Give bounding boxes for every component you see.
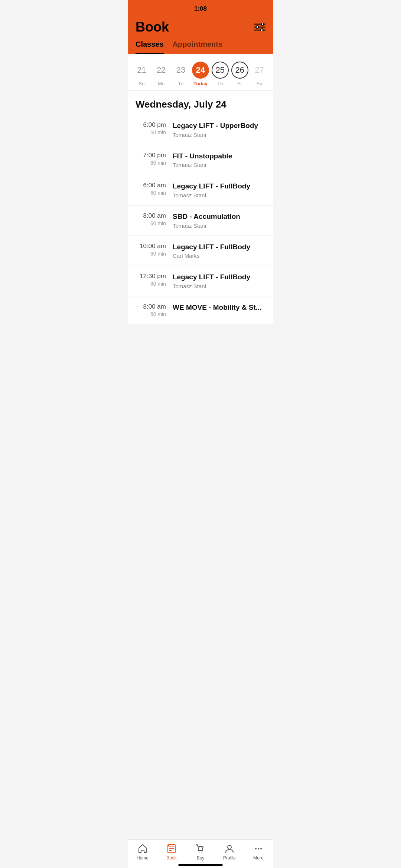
list-item[interactable]: 8:00 am 60 min WE MOVE - Mobility & St..…	[128, 296, 273, 324]
class-time: 6:00 pm 60 min	[136, 121, 173, 135]
svg-point-12	[202, 852, 203, 853]
class-list: 6:00 pm 60 min Legacy LIFT - UpperBody T…	[128, 115, 273, 324]
class-time: 8:00 am 60 min	[136, 303, 173, 317]
status-time: 1:08	[194, 5, 207, 12]
class-time: 10:00 am 60 min	[136, 243, 173, 257]
cal-day-num-27: 27	[251, 62, 268, 79]
status-bar: 1:08	[128, 0, 273, 16]
filter-icon	[254, 23, 265, 31]
cal-day-num-23: 23	[172, 62, 189, 79]
date-heading-text: Wednesday, July 24	[136, 99, 265, 110]
nav-label-profile: Profile	[223, 855, 236, 861]
svg-point-11	[199, 852, 200, 853]
svg-point-15	[258, 848, 259, 849]
list-item[interactable]: 6:00 pm 60 min Legacy LIFT - UpperBody T…	[128, 115, 273, 145]
svg-point-13	[228, 845, 231, 849]
svg-rect-10	[167, 845, 169, 846]
book-icon	[166, 844, 177, 854]
calendar-row: 21 Su 22 Mo 23 Tu 24 Today 25 Th 26 Fr	[128, 54, 273, 91]
nav-item-home[interactable]: Home	[131, 844, 154, 861]
calendar-day-21[interactable]: 21 Su	[133, 62, 150, 86]
tab-appointments[interactable]: Appointments	[173, 40, 222, 54]
cal-day-num-26: 26	[231, 62, 248, 79]
calendar-day-25[interactable]: 25 Th	[212, 62, 229, 86]
class-time: 8:00 am 60 min	[136, 212, 173, 226]
class-info: WE MOVE - Mobility & St...	[173, 303, 265, 313]
nav-item-profile[interactable]: Profile	[218, 844, 241, 861]
calendar-day-26[interactable]: 26 Fr	[231, 62, 248, 86]
class-time: 7:00 pm 60 min	[136, 152, 173, 166]
nav-item-book[interactable]: Book	[160, 844, 183, 861]
calendar-day-27[interactable]: 27 Sa	[251, 62, 268, 86]
cal-day-label-25: Th	[217, 81, 223, 86]
cal-day-label-26: Fr	[238, 81, 242, 86]
cal-day-label-21: Su	[138, 81, 144, 86]
cal-day-num-21: 21	[133, 62, 150, 79]
cal-day-num-25: 25	[212, 62, 229, 79]
nav-label-buy: Buy	[197, 855, 205, 861]
list-item[interactable]: 10:00 am 60 min Legacy LIFT - FullBody C…	[128, 236, 273, 266]
home-indicator	[178, 864, 223, 866]
more-icon	[253, 844, 264, 854]
calendar-day-22[interactable]: 22 Mo	[153, 62, 170, 86]
class-time: 12:30 pm 60 min	[136, 273, 173, 287]
buy-icon	[195, 844, 206, 854]
class-info: Legacy LIFT - FullBody Tomasz Stani	[173, 182, 265, 198]
nav-label-book: Book	[166, 855, 176, 861]
header: Book	[128, 16, 273, 35]
cal-day-label-22: Mo	[158, 81, 164, 86]
svg-point-3	[256, 26, 259, 29]
home-icon	[137, 844, 148, 854]
nav-label-home: Home	[137, 855, 149, 861]
tab-bar: Classes Appointments	[128, 35, 273, 54]
class-time: 6:00 am 60 min	[136, 182, 173, 196]
cal-day-num-24: 24	[192, 62, 209, 79]
list-item[interactable]: 12:30 pm 60 min Legacy LIFT - FullBody T…	[128, 266, 273, 296]
class-info: FIT - Unstoppable Tomasz Stani	[173, 152, 265, 168]
nav-item-buy[interactable]: Buy	[189, 844, 212, 861]
svg-point-16	[260, 848, 262, 849]
bottom-nav: Home Book Buy Profile	[128, 839, 273, 868]
date-heading: Wednesday, July 24	[128, 91, 273, 115]
cal-day-num-22: 22	[153, 62, 170, 79]
calendar-day-23[interactable]: 23 Tu	[172, 62, 189, 86]
list-item[interactable]: 8:00 am 60 min SBD - Accumulation Tomasz…	[128, 206, 273, 236]
class-info: Legacy LIFT - UpperBody Tomasz Stani	[173, 121, 265, 138]
svg-point-1	[261, 23, 264, 26]
page-title: Book	[136, 19, 169, 35]
class-info: Legacy LIFT - FullBody Tomasz Stani	[173, 273, 265, 289]
cal-day-label-23: Tu	[178, 81, 184, 86]
cal-day-label-27: Sa	[257, 81, 263, 86]
svg-point-5	[261, 29, 263, 32]
calendar-day-24[interactable]: 24 Today	[192, 62, 209, 86]
filter-button[interactable]	[254, 23, 265, 31]
class-info: Legacy LIFT - FullBody Carl Marks	[173, 243, 265, 259]
svg-point-14	[255, 848, 257, 849]
list-item[interactable]: 6:00 am 60 min Legacy LIFT - FullBody To…	[128, 175, 273, 206]
list-item[interactable]: 7:00 pm 60 min FIT - Unstoppable Tomasz …	[128, 145, 273, 175]
nav-item-more[interactable]: More	[247, 844, 270, 861]
nav-label-more: More	[253, 855, 263, 861]
class-info: SBD - Accumulation Tomasz Stani	[173, 212, 265, 229]
profile-icon	[224, 844, 235, 854]
cal-day-label-24: Today	[193, 81, 207, 86]
tab-classes[interactable]: Classes	[136, 40, 164, 54]
